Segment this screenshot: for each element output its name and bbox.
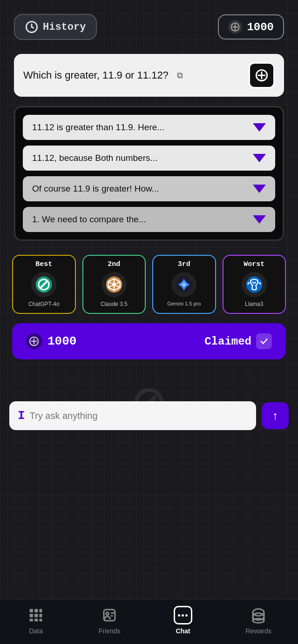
chevron-down-icon-3 [253,185,266,193]
svg-rect-28 [30,619,34,622]
question-coin-button[interactable] [249,62,275,88]
answers-panel: 11.12 is greater than 11.9. Here... 11.1… [14,106,284,241]
claimed-button[interactable]: 1000 Claimed [12,323,286,359]
rank-label-third: 3rd [178,260,190,268]
rank-label-best: Best [35,260,52,268]
answer-text-3: Of course 11.9 is greater! How... [32,184,247,194]
nav-label-rewards: Rewards [245,627,271,635]
rank-name-worst: Llama3 [245,301,263,307]
bottom-nav: Data Friends Chat [0,599,298,644]
question-text-wrap: Which is greater, 11.9 or 11.12? ⧉ [23,69,244,81]
svg-rect-29 [34,619,38,622]
rank-name-best: ChatGPT-4o [28,301,60,307]
svg-point-9 [112,282,116,287]
nav-label-chat: Chat [176,627,190,635]
rank-card-second[interactable]: 2nd Claude 3.5 [82,255,146,314]
nav-label-data: Data [29,627,43,635]
answer-text-4: 1. We need to compare the... [32,214,247,225]
answer-row[interactable]: 11.12 is greater than 11.9. Here... [23,115,275,140]
svg-rect-27 [40,614,42,617]
claimed-coin-icon [26,333,42,349]
answer-row[interactable]: 1. We need to compare the... [23,207,275,232]
svg-rect-22 [30,609,34,613]
question-area: Which is greater, 11.9 or 11.12? ⧉ [0,49,298,106]
copy-icon[interactable]: ⧉ [177,71,183,80]
rank-card-third[interactable]: 3rd Gemini 1.5 pro [152,255,216,314]
rank-label-worst: Worst [244,260,264,268]
nav-item-chat[interactable]: Chat [174,606,192,635]
claimed-amount: 1000 [47,334,76,348]
rank-name-third: Gemini 1.5 pro [167,301,201,306]
answer-row[interactable]: 11.12, because Both numbers... [23,146,275,171]
history-label: History [43,21,86,33]
send-button[interactable]: ↑ [262,402,289,429]
friends-icon [100,606,119,624]
arrow-up-icon: ↑ [272,409,278,423]
history-button[interactable]: History [14,14,97,40]
rank-label-second: 2nd [108,260,120,268]
claimed-left: 1000 [26,333,76,349]
coin-icon [228,20,242,34]
chat-icon [174,606,192,624]
coins-amount: 1000 [247,21,274,33]
rewards-icon [249,606,268,624]
claude-avatar [102,272,127,297]
rank-card-best[interactable]: Best ChatGPT-4o [12,255,76,314]
nav-item-data[interactable]: Data [27,606,45,635]
llama-avatar [242,272,267,297]
watermark-area: ⊘ [0,373,298,401]
answer-text-2: 11.12, because Both numbers... [32,153,247,163]
checkmark-badge [256,333,272,349]
nav-label-friends: Friends [99,627,121,635]
ranking-area: Best ChatGPT-4o 2nd [0,250,298,323]
chatgpt-avatar [31,272,56,297]
coins-display: 1000 [218,14,284,40]
answer-row[interactable]: Of course 11.9 is greater! How... [23,176,275,201]
gemini-avatar [171,272,196,297]
question-text: Which is greater, 11.9 or 11.12? [23,69,169,81]
nav-item-friends[interactable]: Friends [99,606,121,635]
data-icon [27,606,45,624]
chevron-down-icon-2 [253,154,266,162]
nav-item-rewards[interactable]: Rewards [245,606,271,635]
svg-rect-30 [40,619,42,622]
question-box: Which is greater, 11.9 or 11.12? ⧉ [14,54,284,97]
rank-card-worst[interactable]: Worst Llama3 [223,255,286,314]
svg-rect-25 [30,614,34,617]
answer-text-1: 11.12 is greater than 11.9. Here... [32,122,247,133]
rank-name-second: Claude 3.5 [101,301,128,307]
ask-input[interactable] [30,411,248,421]
chevron-down-icon-1 [253,123,266,132]
svg-rect-24 [40,609,42,613]
cursor-icon: I [18,409,25,423]
claimed-label: Claimed [204,333,272,349]
chevron-down-icon-4 [253,215,266,224]
input-area: I ↑ [0,401,298,437]
svg-rect-26 [34,614,38,617]
svg-point-32 [106,612,109,615]
top-bar: History 1000 [0,0,298,49]
svg-point-17 [182,283,186,286]
svg-rect-23 [34,609,38,613]
ask-input-wrap: I [9,401,256,430]
